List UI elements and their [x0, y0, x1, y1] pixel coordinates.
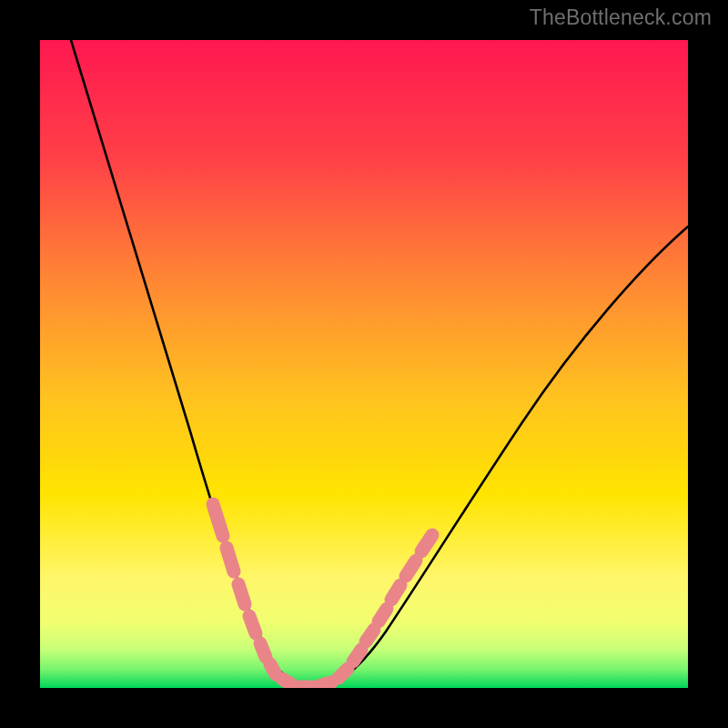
- svg-line-10: [353, 650, 361, 662]
- svg-line-13: [391, 585, 400, 600]
- svg-line-6: [282, 679, 291, 684]
- svg-line-12: [379, 609, 387, 622]
- svg-line-4: [260, 643, 266, 657]
- watermark-text: TheBottleneck.com: [530, 5, 712, 30]
- svg-line-5: [270, 664, 276, 674]
- svg-line-9: [339, 669, 348, 678]
- svg-line-11: [366, 630, 374, 642]
- svg-line-1: [227, 548, 234, 571]
- plot-area: [40, 40, 688, 688]
- svg-line-2: [238, 584, 245, 604]
- svg-line-14: [406, 561, 416, 576]
- chart-frame: TheBottleneck.com: [0, 0, 728, 728]
- svg-line-15: [421, 535, 432, 551]
- svg-line-0: [213, 504, 223, 536]
- svg-line-3: [249, 616, 256, 633]
- chart-svg: [40, 40, 688, 688]
- svg-line-8: [318, 682, 331, 686]
- gradient-background: [40, 40, 688, 688]
